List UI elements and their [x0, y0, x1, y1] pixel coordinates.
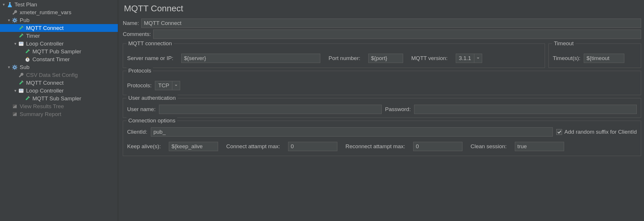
name-input[interactable] — [141, 19, 641, 28]
gear-icon — [12, 17, 18, 23]
keepalive-label: Keep alive(s): — [127, 143, 161, 150]
protocols-select[interactable]: TCP — [155, 81, 180, 90]
expand-arrow-icon[interactable]: ▼ — [6, 18, 12, 22]
expand-arrow-icon[interactable]: ▼ — [13, 42, 18, 46]
page-title: MQTT Connect — [124, 3, 641, 13]
timeout-legend: Timeout — [552, 40, 575, 47]
dropper-icon — [18, 80, 24, 86]
tree-item-pub-mqtt-pub-sampler[interactable]: MQTT Pub Sampler — [0, 48, 118, 55]
protocols-group: Protocols Protocols: TCP — [123, 71, 641, 95]
username-label: User name: — [127, 106, 155, 113]
mqtt-connection-group: MQTT connection Server name or IP: Port … — [123, 44, 545, 68]
dropper-icon — [18, 33, 24, 39]
connect-attempt-max-input[interactable] — [288, 142, 337, 151]
add-random-suffix-checkbox[interactable]: Add random suffix for ClientId — [556, 129, 637, 135]
tree-label: Loop Controller — [26, 88, 64, 94]
user-auth-legend: User authentication — [127, 95, 178, 101]
report-icon — [12, 111, 18, 117]
add-random-suffix-label: Add random suffix for ClientId — [564, 129, 637, 135]
reconnect-attempt-max-input[interactable] — [413, 142, 462, 151]
port-input[interactable] — [368, 54, 403, 63]
server-input[interactable] — [181, 54, 320, 63]
test-plan-tree[interactable]: ▼ Test Plan xmeter_runtime_vars ▼ Pub MQ… — [0, 0, 118, 221]
tree-item-view-results-tree[interactable]: View Results Tree — [0, 102, 118, 110]
connection-options-legend: Connection options — [127, 117, 177, 124]
mqtt-version-label: MQTT version: — [411, 55, 447, 61]
tree-label: View Results Tree — [20, 103, 64, 110]
tree-item-pub-timer[interactable]: Timer — [0, 32, 118, 40]
tree-label: Sub — [20, 64, 30, 70]
reconnect-attempt-max-label: Reconnect attampt max: — [345, 143, 405, 150]
tree-label: Test Plan — [14, 1, 37, 8]
expand-arrow-icon[interactable]: ▼ — [13, 89, 18, 93]
name-label: Name: — [123, 20, 139, 26]
dropper-icon — [18, 25, 24, 31]
mqtt-version-select[interactable]: 3.1.1 — [456, 54, 482, 63]
username-input[interactable] — [159, 105, 382, 114]
tree-label: CSV Data Set Config — [26, 72, 78, 78]
tree-item-summary-report[interactable]: Summary Report — [0, 110, 118, 118]
flask-icon — [6, 1, 13, 8]
connection-options-group: Connection options ClientId: Add random … — [123, 121, 641, 156]
tree-label: MQTT Pub Sampler — [32, 48, 81, 55]
connect-attempt-max-label: Connect attampt max: — [226, 143, 280, 150]
tree-item-xmeter-vars[interactable]: xmeter_runtime_vars — [0, 8, 118, 16]
comments-row: Comments: — [123, 30, 641, 39]
wrench-icon — [18, 72, 24, 78]
tree-item-sub-csv-data-set[interactable]: CSV Data Set Config — [0, 71, 118, 79]
chevron-down-icon[interactable] — [172, 81, 180, 90]
tree-label: MQTT Sub Sampler — [32, 95, 81, 102]
timeout-input[interactable] — [584, 54, 624, 63]
loop-icon — [18, 41, 24, 47]
checkmark-icon — [556, 129, 562, 135]
protocols-label: Protocols: — [127, 82, 151, 89]
keepalive-input[interactable] — [169, 142, 218, 151]
protocols-value: TCP — [155, 81, 172, 90]
dropper-icon — [24, 48, 31, 55]
tree-label: MQTT Connect — [26, 80, 64, 86]
dropper-icon — [24, 95, 31, 102]
tree-label: Loop Controller — [26, 41, 64, 47]
tree-label: Constant Timer — [32, 56, 70, 63]
report-icon — [12, 103, 18, 110]
expand-arrow-icon[interactable]: ▼ — [1, 3, 6, 7]
mqtt-version-value: 3.1.1 — [456, 54, 474, 63]
loop-icon — [18, 88, 24, 94]
tree-label: MQTT Connect — [26, 25, 64, 31]
tree-item-test-plan[interactable]: ▼ Test Plan — [0, 1, 118, 8]
timeout-group: Timeout Timeout(s): — [548, 44, 641, 68]
editor-panel: MQTT Connect Name: Comments: MQTT connec… — [118, 0, 644, 221]
clientid-label: ClientId: — [127, 129, 147, 135]
tree-item-pub-constant-timer[interactable]: Constant Timer — [0, 55, 118, 63]
chevron-down-icon[interactable] — [474, 54, 482, 63]
wrench-icon — [12, 9, 18, 16]
tree-item-pub-loop-controller[interactable]: ▼ Loop Controller — [0, 40, 118, 48]
tree-item-sub-mqtt-connect[interactable]: MQTT Connect — [0, 79, 118, 87]
tree-label: Pub — [20, 17, 30, 23]
mqtt-connection-legend: MQTT connection — [127, 40, 174, 47]
tree-label: Timer — [26, 33, 40, 39]
tree-item-sub-mqtt-sub-sampler[interactable]: MQTT Sub Sampler — [0, 95, 118, 102]
clock-icon — [24, 56, 31, 63]
tree-item-sub-loop-controller[interactable]: ▼ Loop Controller — [0, 87, 118, 95]
protocols-legend: Protocols — [127, 68, 153, 74]
clean-session-input[interactable] — [515, 142, 564, 151]
tree-label: Summary Report — [20, 111, 61, 117]
tree-item-sub[interactable]: ▼ Sub — [0, 63, 118, 71]
password-input[interactable] — [414, 105, 637, 114]
name-row: Name: — [123, 19, 641, 28]
comments-label: Comments: — [123, 31, 151, 37]
clientid-input[interactable] — [151, 127, 553, 137]
comments-input[interactable] — [153, 30, 641, 39]
gear-icon — [12, 64, 18, 70]
tree-item-pub-mqtt-connect[interactable]: MQTT Connect — [0, 24, 118, 32]
port-label: Port number: — [328, 55, 360, 61]
tree-item-pub[interactable]: ▼ Pub — [0, 16, 118, 24]
expand-arrow-icon[interactable]: ▼ — [6, 65, 12, 69]
password-label: Password: — [385, 106, 411, 113]
timeout-label: Timeout(s): — [553, 55, 580, 61]
clean-session-label: Clean session: — [471, 143, 507, 150]
user-auth-group: User authentication User name: Password: — [123, 98, 641, 118]
server-label: Server name or IP: — [127, 55, 173, 61]
tree-label: xmeter_runtime_vars — [20, 9, 71, 16]
